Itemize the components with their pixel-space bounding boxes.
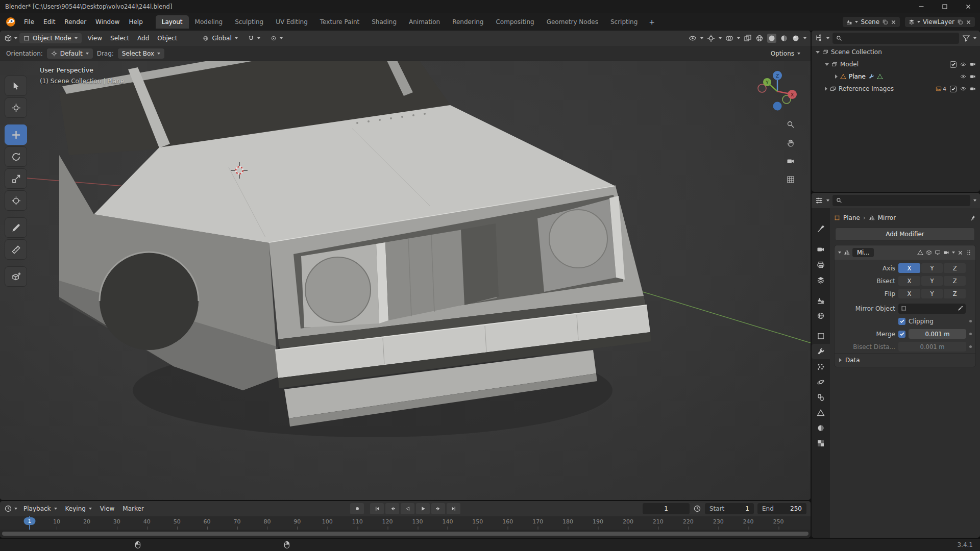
- disable-render-icon[interactable]: [970, 86, 976, 92]
- navigation-gizmo[interactable]: Y X Z: [754, 68, 800, 114]
- properties-tab[interactable]: [812, 257, 830, 272]
- timeline-editor-icon[interactable]: [4, 505, 12, 513]
- timeline-menu-item[interactable]: Marker: [118, 503, 148, 514]
- transport-button[interactable]: [416, 503, 430, 514]
- edit-mode-toggle-icon[interactable]: [926, 249, 932, 256]
- animate-dot[interactable]: [969, 333, 972, 335]
- render-toggle-icon[interactable]: [943, 249, 949, 256]
- tool-button[interactable]: [5, 146, 27, 167]
- workspace-tab[interactable]: Modeling: [189, 15, 229, 29]
- properties-tab[interactable]: [812, 329, 830, 344]
- add-workspace-button[interactable]: +: [645, 17, 659, 27]
- ortho-toggle-button[interactable]: [785, 173, 797, 186]
- tool-button[interactable]: [5, 168, 27, 189]
- breadcrumb-object[interactable]: Plane: [843, 214, 860, 221]
- mode-selector[interactable]: Object Mode: [19, 33, 82, 43]
- properties-tab[interactable]: [812, 344, 830, 359]
- realtime-toggle-icon[interactable]: [935, 249, 941, 256]
- new-scene-icon[interactable]: [882, 19, 888, 25]
- modifier-panel-header[interactable]: Mi...: [835, 245, 975, 260]
- properties-tab[interactable]: [812, 436, 830, 451]
- camera-view-button[interactable]: [785, 155, 797, 167]
- collapse-chevron-icon[interactable]: [838, 252, 841, 254]
- animate-dot[interactable]: [969, 345, 972, 348]
- properties-tab[interactable]: [812, 272, 830, 288]
- disable-render-icon[interactable]: [970, 61, 976, 67]
- disclosure-triangle-icon[interactable]: [816, 51, 820, 54]
- viewport-menu-item[interactable]: Object: [153, 33, 181, 44]
- properties-tab[interactable]: [812, 242, 830, 257]
- properties-tab[interactable]: [812, 374, 830, 390]
- pin-icon[interactable]: [970, 215, 976, 221]
- shading-material-icon[interactable]: [780, 34, 788, 42]
- flip-z-toggle[interactable]: Z: [944, 289, 966, 298]
- viewport-menu-item[interactable]: Add: [133, 33, 153, 44]
- transport-button[interactable]: [431, 503, 445, 514]
- properties-search-input[interactable]: [845, 197, 967, 204]
- properties-tab[interactable]: [812, 293, 830, 308]
- mirror-object-field[interactable]: [898, 304, 966, 314]
- extras-chevron-icon[interactable]: [952, 252, 955, 254]
- proportional-editing-toggle[interactable]: [266, 34, 287, 43]
- bisect-y-toggle[interactable]: Y: [921, 276, 943, 286]
- menu-item[interactable]: Render: [60, 16, 91, 28]
- transform-orientation-dropdown[interactable]: Global: [199, 33, 241, 43]
- workspace-tab[interactable]: Compositing: [489, 15, 540, 29]
- eyedropper-icon[interactable]: [958, 306, 963, 311]
- axis-neg-z-ball[interactable]: [773, 102, 782, 111]
- shading-solid-active[interactable]: [767, 34, 776, 43]
- disclosure-triangle-icon[interactable]: [825, 63, 829, 66]
- axis-x-toggle[interactable]: X: [898, 263, 920, 273]
- outliner-row-scene-collection[interactable]: Scene Collection: [812, 46, 980, 58]
- shading-rendered-icon[interactable]: [792, 34, 800, 42]
- hide-viewport-icon[interactable]: [960, 61, 966, 67]
- tool-button[interactable]: [5, 190, 27, 211]
- new-viewlayer-icon[interactable]: [957, 19, 963, 25]
- tool-button[interactable]: [5, 239, 27, 260]
- editor-type-icon[interactable]: [4, 34, 12, 42]
- remove-viewlayer-icon[interactable]: [966, 19, 971, 25]
- scene-selector[interactable]: Scene: [843, 17, 900, 27]
- workspace-tab[interactable]: Geometry Nodes: [541, 15, 604, 29]
- data-subpanel-header[interactable]: Data: [835, 353, 975, 367]
- hide-viewport-icon[interactable]: [960, 86, 966, 92]
- bisect-distance-field[interactable]: 0.001 m: [898, 342, 966, 352]
- timeline-ruler[interactable]: 1 10203040506070809010011012013014015016…: [0, 516, 811, 530]
- bisect-x-toggle[interactable]: X: [898, 276, 920, 286]
- timeline-scrollbar[interactable]: [2, 532, 808, 536]
- drag-handle-icon[interactable]: [966, 249, 972, 256]
- menu-item[interactable]: File: [19, 16, 39, 28]
- transport-button[interactable]: [385, 503, 399, 514]
- clipping-checkbox[interactable]: [898, 318, 905, 325]
- tool-button[interactable]: [5, 97, 27, 118]
- viewport-menu-item[interactable]: Select: [106, 33, 133, 44]
- bisect-z-toggle[interactable]: Z: [944, 276, 966, 286]
- current-frame-field[interactable]: 1: [643, 503, 690, 514]
- workspace-tab[interactable]: Rendering: [446, 15, 489, 29]
- disable-render-icon[interactable]: [970, 73, 976, 80]
- workspace-tab[interactable]: Texture Paint: [314, 15, 365, 29]
- breadcrumb-modifier[interactable]: Mirror: [878, 214, 896, 221]
- outliner-editor-icon[interactable]: [815, 34, 823, 42]
- overlays-toggle-icon[interactable]: [725, 34, 733, 42]
- exclude-checkbox[interactable]: [950, 86, 957, 92]
- workspace-tab[interactable]: Shading: [365, 15, 403, 29]
- workspace-tab[interactable]: UV Editing: [270, 15, 314, 29]
- flip-x-toggle[interactable]: X: [898, 289, 920, 298]
- workspace-tab[interactable]: Layout: [156, 15, 189, 29]
- orientation-setting-dropdown[interactable]: Default: [47, 48, 93, 59]
- preview-range-icon[interactable]: [693, 505, 701, 513]
- pan-button[interactable]: [785, 137, 797, 149]
- outliner-search[interactable]: [832, 33, 959, 44]
- blender-logo-icon[interactable]: [5, 16, 16, 28]
- on-cage-toggle-icon[interactable]: [917, 249, 923, 256]
- timeline-menu-item[interactable]: Keying: [61, 503, 96, 514]
- zoom-button[interactable]: [785, 118, 797, 131]
- delete-modifier-icon[interactable]: [958, 250, 963, 256]
- workspace-tab[interactable]: Sculpting: [229, 15, 270, 29]
- minimize-button[interactable]: [910, 0, 933, 13]
- outliner-search-input[interactable]: [845, 35, 955, 42]
- disclosure-triangle-icon[interactable]: [825, 87, 827, 91]
- timeline-menu-item[interactable]: View: [96, 503, 118, 514]
- snapping-toggle[interactable]: [244, 34, 264, 43]
